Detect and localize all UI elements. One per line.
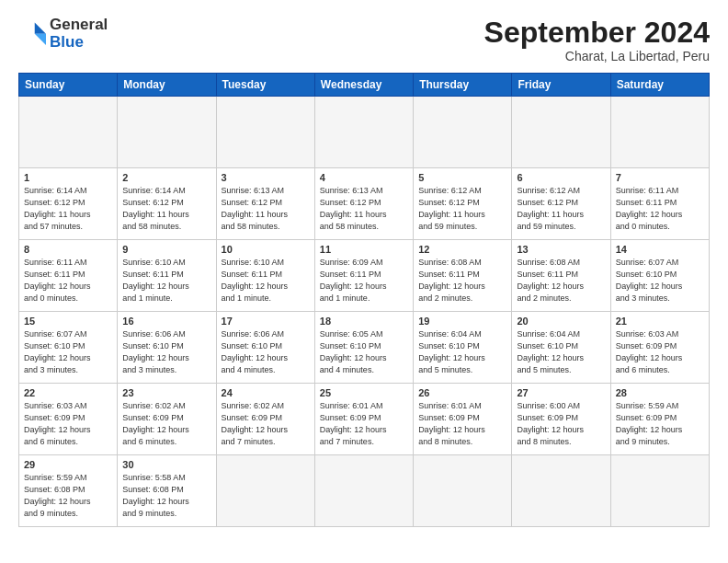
month-title: September 2024 bbox=[484, 17, 710, 49]
day-number: 5 bbox=[418, 172, 506, 183]
day-number: 22 bbox=[24, 387, 112, 398]
calendar-week-row: 29Sunrise: 5:59 AM Sunset: 6:08 PM Dayli… bbox=[19, 455, 710, 527]
calendar-body: 1Sunrise: 6:14 AM Sunset: 6:12 PM Daylig… bbox=[19, 97, 710, 527]
calendar-cell bbox=[512, 455, 610, 527]
calendar-cell: 16Sunrise: 6:06 AM Sunset: 6:10 PM Dayli… bbox=[118, 312, 216, 384]
day-detail: Sunrise: 6:13 AM Sunset: 6:12 PM Dayligh… bbox=[222, 185, 310, 233]
title-block: September 2024 Charat, La Libertad, Peru bbox=[484, 17, 710, 63]
day-number: 19 bbox=[418, 316, 506, 327]
day-detail: Sunrise: 6:09 AM Sunset: 6:11 PM Dayligh… bbox=[320, 257, 408, 304]
calendar-cell bbox=[19, 97, 118, 168]
day-number: 17 bbox=[222, 316, 310, 327]
calendar-cell: 18Sunrise: 6:05 AM Sunset: 6:10 PM Dayli… bbox=[314, 312, 413, 384]
day-detail: Sunrise: 6:08 AM Sunset: 6:11 PM Dayligh… bbox=[418, 257, 506, 304]
location-subtitle: Charat, La Libertad, Peru bbox=[484, 49, 710, 63]
day-number: 1 bbox=[24, 172, 112, 183]
day-number: 9 bbox=[122, 244, 210, 255]
calendar-cell: 9Sunrise: 6:10 AM Sunset: 6:11 PM Daylig… bbox=[118, 240, 216, 312]
logo-icon bbox=[20, 19, 46, 45]
day-detail: Sunrise: 6:01 AM Sunset: 6:09 PM Dayligh… bbox=[418, 400, 506, 448]
calendar-cell: 23Sunrise: 6:02 AM Sunset: 6:09 PM Dayli… bbox=[118, 384, 216, 455]
calendar-cell: 3Sunrise: 6:13 AM Sunset: 6:12 PM Daylig… bbox=[216, 168, 314, 240]
calendar-cell: 13Sunrise: 6:08 AM Sunset: 6:11 PM Dayli… bbox=[512, 240, 610, 312]
day-number: 2 bbox=[122, 172, 210, 183]
calendar-cell: 10Sunrise: 6:10 AM Sunset: 6:11 PM Dayli… bbox=[216, 240, 314, 312]
calendar-cell: 7Sunrise: 6:11 AM Sunset: 6:11 PM Daylig… bbox=[610, 168, 709, 240]
col-thursday: Thursday bbox=[414, 74, 512, 97]
day-detail: Sunrise: 5:59 AM Sunset: 6:09 PM Dayligh… bbox=[616, 400, 704, 448]
day-number: 27 bbox=[517, 387, 605, 398]
calendar-cell bbox=[610, 455, 709, 527]
header: General Blue September 2024 Charat, La L… bbox=[18, 17, 710, 63]
day-detail: Sunrise: 6:07 AM Sunset: 6:10 PM Dayligh… bbox=[24, 328, 112, 376]
day-detail: Sunrise: 6:03 AM Sunset: 6:09 PM Dayligh… bbox=[616, 328, 704, 376]
day-number: 10 bbox=[222, 244, 310, 255]
day-number: 11 bbox=[320, 244, 408, 255]
day-number: 20 bbox=[517, 316, 605, 327]
calendar-cell bbox=[216, 455, 314, 527]
calendar-cell bbox=[314, 455, 413, 527]
day-detail: Sunrise: 6:05 AM Sunset: 6:10 PM Dayligh… bbox=[320, 328, 408, 376]
calendar-cell bbox=[414, 455, 512, 527]
day-detail: Sunrise: 6:03 AM Sunset: 6:09 PM Dayligh… bbox=[24, 400, 112, 448]
day-detail: Sunrise: 6:01 AM Sunset: 6:09 PM Dayligh… bbox=[320, 400, 408, 448]
logo-blue: Blue bbox=[50, 33, 84, 51]
calendar-cell: 25Sunrise: 6:01 AM Sunset: 6:09 PM Dayli… bbox=[314, 384, 413, 455]
day-number: 21 bbox=[616, 316, 704, 327]
calendar-cell bbox=[512, 97, 610, 168]
calendar-cell: 17Sunrise: 6:06 AM Sunset: 6:10 PM Dayli… bbox=[216, 312, 314, 384]
col-friday: Friday bbox=[512, 74, 610, 97]
calendar-cell: 4Sunrise: 6:13 AM Sunset: 6:12 PM Daylig… bbox=[314, 168, 413, 240]
calendar-cell: 1Sunrise: 6:14 AM Sunset: 6:12 PM Daylig… bbox=[19, 168, 118, 240]
calendar-cell: 26Sunrise: 6:01 AM Sunset: 6:09 PM Dayli… bbox=[414, 384, 512, 455]
page: General Blue September 2024 Charat, La L… bbox=[0, 0, 728, 563]
calendar-cell: 19Sunrise: 6:04 AM Sunset: 6:10 PM Dayli… bbox=[414, 312, 512, 384]
calendar-header-row: Sunday Monday Tuesday Wednesday Thursday… bbox=[19, 74, 710, 97]
day-number: 28 bbox=[616, 387, 704, 398]
calendar-week-row: 1Sunrise: 6:14 AM Sunset: 6:12 PM Daylig… bbox=[19, 168, 710, 240]
day-detail: Sunrise: 6:12 AM Sunset: 6:12 PM Dayligh… bbox=[418, 185, 506, 233]
calendar-cell bbox=[118, 97, 216, 168]
day-detail: Sunrise: 5:58 AM Sunset: 6:08 PM Dayligh… bbox=[122, 472, 210, 520]
day-detail: Sunrise: 6:02 AM Sunset: 6:09 PM Dayligh… bbox=[122, 400, 210, 448]
calendar-cell: 27Sunrise: 6:00 AM Sunset: 6:09 PM Dayli… bbox=[512, 384, 610, 455]
day-number: 25 bbox=[320, 387, 408, 398]
calendar-week-row: 15Sunrise: 6:07 AM Sunset: 6:10 PM Dayli… bbox=[19, 312, 710, 384]
calendar-cell: 11Sunrise: 6:09 AM Sunset: 6:11 PM Dayli… bbox=[314, 240, 413, 312]
day-detail: Sunrise: 6:04 AM Sunset: 6:10 PM Dayligh… bbox=[517, 328, 605, 376]
day-detail: Sunrise: 6:06 AM Sunset: 6:10 PM Dayligh… bbox=[122, 328, 210, 376]
calendar-cell: 28Sunrise: 5:59 AM Sunset: 6:09 PM Dayli… bbox=[610, 384, 709, 455]
calendar-cell: 12Sunrise: 6:08 AM Sunset: 6:11 PM Dayli… bbox=[414, 240, 512, 312]
calendar-cell: 6Sunrise: 6:12 AM Sunset: 6:12 PM Daylig… bbox=[512, 168, 610, 240]
day-number: 30 bbox=[122, 459, 210, 470]
calendar-cell bbox=[216, 97, 314, 168]
calendar-cell: 21Sunrise: 6:03 AM Sunset: 6:09 PM Dayli… bbox=[610, 312, 709, 384]
day-detail: Sunrise: 6:14 AM Sunset: 6:12 PM Dayligh… bbox=[24, 185, 112, 233]
day-detail: Sunrise: 6:10 AM Sunset: 6:11 PM Dayligh… bbox=[122, 257, 210, 304]
day-number: 14 bbox=[616, 244, 704, 255]
col-saturday: Saturday bbox=[610, 74, 709, 97]
day-number: 26 bbox=[418, 387, 506, 398]
calendar-cell: 20Sunrise: 6:04 AM Sunset: 6:10 PM Dayli… bbox=[512, 312, 610, 384]
day-detail: Sunrise: 6:08 AM Sunset: 6:11 PM Dayligh… bbox=[517, 257, 605, 304]
day-detail: Sunrise: 6:14 AM Sunset: 6:12 PM Dayligh… bbox=[122, 185, 210, 233]
calendar-cell bbox=[414, 97, 512, 168]
logo-general: General bbox=[50, 16, 108, 33]
day-number: 23 bbox=[122, 387, 210, 398]
calendar-cell: 5Sunrise: 6:12 AM Sunset: 6:12 PM Daylig… bbox=[414, 168, 512, 240]
day-number: 8 bbox=[24, 244, 112, 255]
day-detail: Sunrise: 6:13 AM Sunset: 6:12 PM Dayligh… bbox=[320, 185, 408, 233]
calendar-week-row: 8Sunrise: 6:11 AM Sunset: 6:11 PM Daylig… bbox=[19, 240, 710, 312]
day-number: 7 bbox=[616, 172, 704, 183]
day-detail: Sunrise: 6:12 AM Sunset: 6:12 PM Dayligh… bbox=[517, 185, 605, 233]
calendar-week-row: 22Sunrise: 6:03 AM Sunset: 6:09 PM Dayli… bbox=[19, 384, 710, 455]
logo: General Blue bbox=[18, 17, 108, 51]
day-number: 29 bbox=[24, 459, 112, 470]
calendar-cell: 30Sunrise: 5:58 AM Sunset: 6:08 PM Dayli… bbox=[118, 455, 216, 527]
day-number: 3 bbox=[222, 172, 310, 183]
day-detail: Sunrise: 6:10 AM Sunset: 6:11 PM Dayligh… bbox=[222, 257, 310, 304]
col-monday: Monday bbox=[118, 74, 216, 97]
calendar-cell: 24Sunrise: 6:02 AM Sunset: 6:09 PM Dayli… bbox=[216, 384, 314, 455]
day-number: 24 bbox=[222, 387, 310, 398]
calendar-cell: 15Sunrise: 6:07 AM Sunset: 6:10 PM Dayli… bbox=[19, 312, 118, 384]
